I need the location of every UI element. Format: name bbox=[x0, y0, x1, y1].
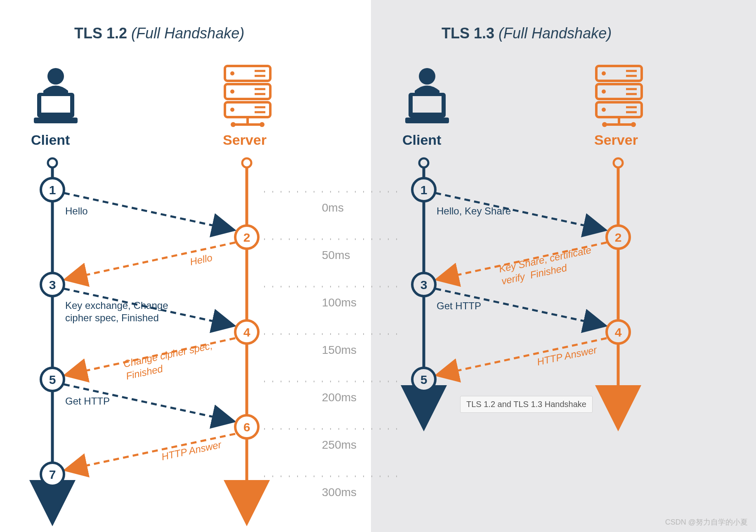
server-icon bbox=[225, 66, 270, 127]
svg-point-7 bbox=[230, 71, 234, 75]
svg-point-46 bbox=[614, 158, 623, 167]
svg-point-40 bbox=[48, 158, 57, 167]
svg-point-20 bbox=[419, 68, 435, 85]
svg-text:3: 3 bbox=[421, 278, 428, 292]
msg-5: Get HTTP bbox=[65, 395, 110, 407]
client-icon bbox=[405, 68, 449, 123]
svg-point-44 bbox=[419, 158, 428, 167]
lifeline-client-left bbox=[48, 158, 57, 503]
time-0: 0ms bbox=[322, 201, 344, 214]
svg-point-0 bbox=[47, 68, 64, 85]
timeline-dots bbox=[264, 192, 404, 476]
svg-rect-22 bbox=[413, 96, 442, 113]
lifeline-server-right bbox=[614, 158, 623, 408]
svg-point-8 bbox=[230, 89, 234, 94]
time-3: 150ms bbox=[322, 344, 357, 357]
svg-text:5: 5 bbox=[421, 373, 428, 386]
svg-rect-3 bbox=[34, 118, 78, 123]
client-icon bbox=[34, 68, 78, 123]
msg-1: Hello bbox=[65, 205, 88, 217]
watermark: CSDN @努力自学的小夏 bbox=[665, 517, 748, 527]
steps-left: 1 2 3 4 5 6 7 bbox=[41, 178, 258, 486]
svg-point-27 bbox=[602, 71, 606, 75]
svg-text:4: 4 bbox=[615, 325, 622, 339]
svg-point-28 bbox=[602, 89, 606, 94]
svg-text:1: 1 bbox=[49, 183, 56, 197]
msg-r1: Hello, Key Share bbox=[437, 205, 511, 217]
svg-point-19 bbox=[260, 122, 265, 127]
svg-point-38 bbox=[602, 122, 607, 127]
tooltip-caption: TLS 1.2 and TLS 1.3 Handshake bbox=[460, 396, 593, 413]
svg-text:7: 7 bbox=[49, 468, 56, 481]
server-icon bbox=[596, 66, 642, 127]
time-2: 100ms bbox=[322, 296, 357, 309]
svg-text:2: 2 bbox=[615, 231, 622, 244]
svg-point-9 bbox=[230, 108, 234, 112]
msg-r3: Get HTTP bbox=[437, 300, 481, 312]
msg-3: Key exchange, Change cipher spec, Finish… bbox=[65, 299, 168, 324]
time-5: 250ms bbox=[322, 438, 357, 452]
svg-text:1: 1 bbox=[421, 183, 428, 197]
time-6: 300ms bbox=[322, 486, 357, 499]
svg-point-29 bbox=[602, 108, 606, 112]
svg-text:4: 4 bbox=[243, 325, 250, 339]
svg-rect-2 bbox=[41, 96, 70, 113]
time-4: 200ms bbox=[322, 391, 357, 404]
time-1: 50ms bbox=[322, 249, 350, 262]
svg-point-42 bbox=[242, 158, 251, 167]
svg-text:5: 5 bbox=[49, 373, 56, 386]
svg-point-39 bbox=[631, 122, 636, 127]
arrow-1-2 bbox=[64, 193, 234, 230]
svg-text:2: 2 bbox=[243, 231, 250, 244]
svg-point-18 bbox=[231, 122, 236, 127]
svg-rect-23 bbox=[405, 118, 449, 123]
svg-text:3: 3 bbox=[49, 278, 56, 292]
svg-text:6: 6 bbox=[243, 420, 250, 434]
